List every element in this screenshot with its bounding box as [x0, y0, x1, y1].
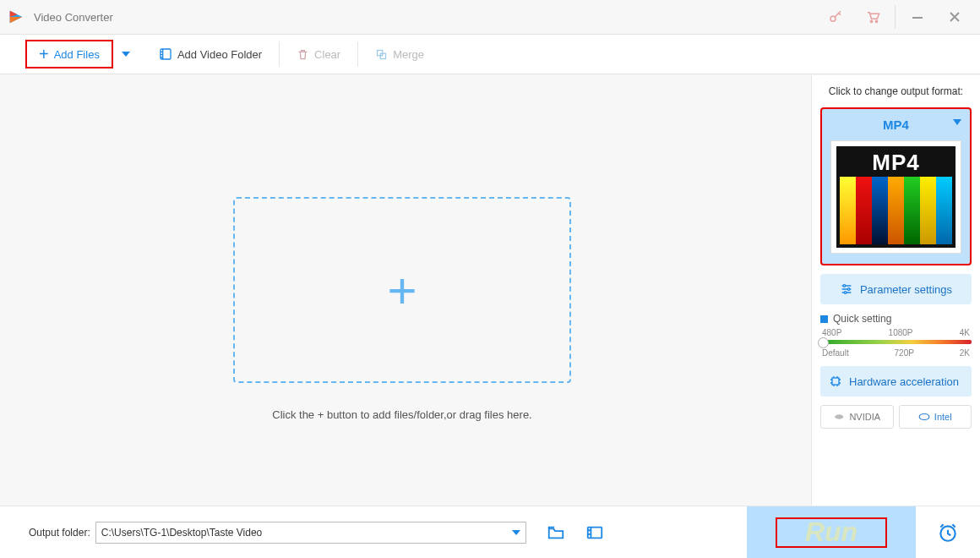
trash-icon: [297, 48, 309, 61]
q-1080p: 1080P: [889, 328, 913, 337]
output-folder-value: C:\Users\TG-1\Desktop\Taste Video: [101, 527, 263, 539]
svg-rect-3: [912, 17, 923, 19]
folder-film-icon: [159, 47, 172, 61]
square-bullet-icon: [820, 315, 828, 323]
svg-point-2: [875, 20, 877, 22]
dropzone-hint: Click the + button to add files/folder,o…: [233, 408, 571, 421]
nvidia-chip[interactable]: NVIDIA: [820, 405, 894, 429]
annotation-box: [776, 517, 887, 548]
format-thumbnail: MP4: [830, 140, 961, 254]
quick-setting-section: Quick setting 480P 1080P 4K Default 720P…: [820, 313, 972, 358]
add-video-folder-button[interactable]: Add Video Folder: [147, 40, 274, 68]
nvidia-icon: [833, 411, 845, 423]
run-button[interactable]: Run: [747, 506, 916, 559]
add-files-dropdown[interactable]: [122, 52, 130, 57]
q-480p: 480P: [822, 328, 841, 337]
nvidia-label: NVIDIA: [849, 412, 880, 422]
format-thumb-text: MP4: [836, 150, 956, 176]
schedule-button[interactable]: [916, 506, 980, 559]
toolbar: + Add Files Add Video Folder Clear Merge: [0, 34, 980, 74]
clear-button[interactable]: Clear: [285, 40, 352, 68]
merge-label: Merge: [393, 48, 424, 61]
output-format-label: MP4: [830, 118, 961, 132]
quality-slider[interactable]: [820, 340, 972, 344]
quick-setting-label: Quick setting: [833, 313, 891, 325]
chip-icon: [829, 375, 842, 388]
quality-labels-top: 480P 1080P 4K: [820, 328, 972, 337]
output-format-header: Click to change output format:: [820, 85, 972, 97]
open-video-folder-button[interactable]: [585, 523, 604, 542]
app-logo-icon: [7, 8, 25, 26]
separator: [895, 5, 896, 29]
q-2k: 2K: [960, 348, 970, 358]
svg-point-11: [919, 414, 929, 420]
plus-icon: +: [39, 46, 49, 63]
titlebar: Video Converter: [0, 0, 980, 34]
merge-icon: [375, 48, 388, 61]
clock-icon: [937, 522, 959, 544]
q-4k: 4K: [960, 328, 970, 337]
gpu-chips: NVIDIA Intel: [820, 405, 972, 429]
svg-point-7: [843, 285, 846, 287]
bottom-bar: Output folder: C:\Users\TG-1\Desktop\Tas…: [0, 506, 980, 558]
svg-rect-10: [832, 378, 839, 385]
intel-label: Intel: [934, 412, 952, 422]
add-files-label: Add Files: [54, 48, 100, 61]
dropzone[interactable]: +: [233, 197, 571, 383]
hardware-acceleration-button[interactable]: Hardware acceleration: [820, 366, 972, 397]
svg-point-0: [830, 16, 836, 21]
quality-labels-bottom: Default 720P 2K: [820, 348, 972, 358]
svg-point-9: [844, 292, 847, 294]
minimize-button[interactable]: [899, 0, 936, 34]
output-folder-field[interactable]: C:\Users\TG-1\Desktop\Taste Video: [95, 522, 526, 544]
output-folder-label: Output folder:: [29, 527, 90, 539]
clear-label: Clear: [314, 48, 340, 61]
output-format-selector[interactable]: MP4 MP4: [820, 107, 972, 265]
q-default: Default: [822, 348, 849, 358]
separator: [279, 41, 280, 67]
main-area: + Click the + button to add files/folder…: [0, 75, 808, 506]
merge-button[interactable]: Merge: [363, 40, 436, 68]
svg-point-8: [847, 288, 850, 291]
open-folder-button[interactable]: [547, 523, 565, 542]
dropzone-plus-icon: +: [387, 261, 416, 320]
hardware-acceleration-label: Hardware acceleration: [849, 375, 959, 388]
chevron-down-icon: [953, 119, 961, 125]
close-button[interactable]: [936, 0, 973, 34]
cart-icon[interactable]: [854, 0, 891, 34]
intel-chip[interactable]: Intel: [899, 405, 972, 429]
svg-point-1: [870, 20, 872, 22]
parameter-settings-button[interactable]: Parameter settings: [820, 274, 972, 304]
add-files-button[interactable]: + Add Files: [25, 40, 113, 68]
key-icon[interactable]: [817, 0, 854, 34]
add-folder-label: Add Video Folder: [177, 48, 262, 61]
svg-rect-12: [587, 527, 602, 538]
intel-icon: [918, 411, 930, 423]
chevron-down-icon: [512, 530, 520, 535]
side-panel: Click to change output format: MP4 MP4 P…: [811, 75, 980, 506]
separator: [357, 41, 358, 67]
q-720p: 720P: [895, 348, 914, 358]
app-title: Video Converter: [34, 11, 817, 24]
sliders-icon: [840, 282, 853, 296]
parameter-settings-label: Parameter settings: [860, 283, 952, 296]
